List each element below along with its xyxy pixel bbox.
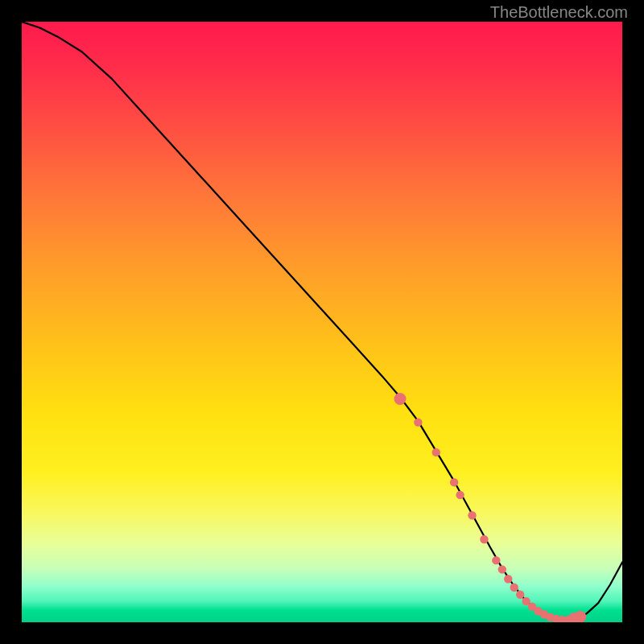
highlight-dot [574, 611, 586, 622]
highlight-dots-group [394, 393, 586, 622]
watermark-text: TheBottleneck.com [490, 3, 628, 22]
highlight-dot [432, 448, 440, 456]
highlight-dot [504, 575, 512, 583]
highlight-dot [456, 491, 464, 499]
highlight-dot [394, 393, 406, 405]
highlight-dot [510, 584, 518, 592]
highlight-dot [468, 511, 476, 519]
plot-area [22, 22, 622, 622]
highlight-dot [492, 556, 500, 564]
highlight-dot [414, 418, 422, 426]
highlight-dot [516, 590, 524, 598]
highlight-dot [450, 478, 458, 486]
chart-svg [22, 22, 622, 622]
bottleneck-curve-line [22, 22, 622, 620]
highlight-dot [480, 535, 488, 543]
highlight-dot [498, 565, 506, 573]
